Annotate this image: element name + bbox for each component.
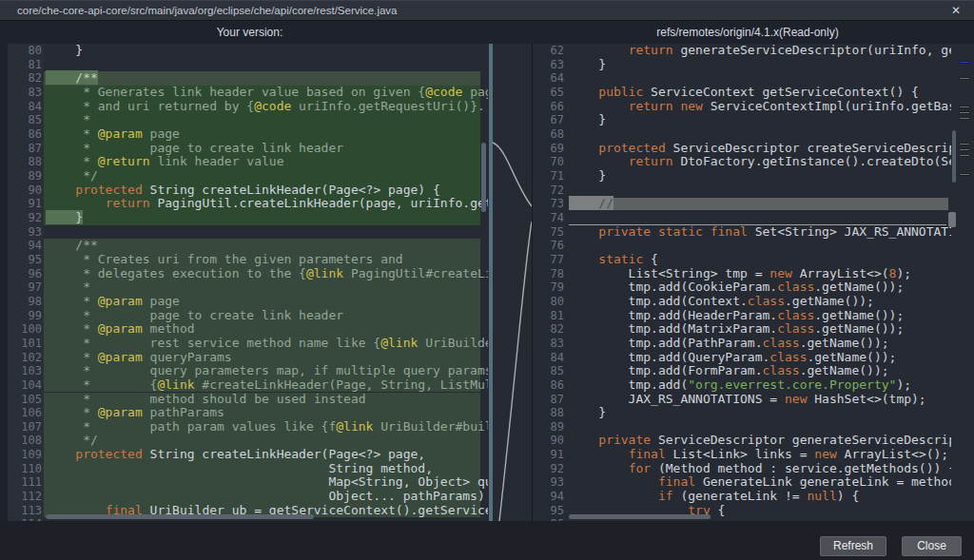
- code-line: 88 }: [533, 406, 951, 420]
- code-text: static {: [569, 253, 658, 267]
- code-text: tmp.add(CookieParam.class.getName());: [569, 280, 904, 295]
- code-text: */: [46, 434, 98, 448]
- close-button[interactable]: Close: [902, 536, 962, 556]
- line-number: 88: [0, 155, 42, 169]
- line-number: 92: [533, 462, 564, 476]
- code-line: 111 Map<String, Object> queryParams,: [0, 475, 488, 490]
- line-number: 63: [533, 58, 564, 72]
- code-text: * {@link #createLinkHeader(Page, String,…: [46, 378, 488, 393]
- code-text: tmp.add(FormParam.class.getName());: [569, 364, 889, 378]
- line-number: 80: [0, 44, 42, 58]
- code-line: 82 /**: [0, 71, 488, 86]
- line-number: 110: [0, 462, 42, 476]
- code-text: *: [46, 280, 90, 295]
- code-text: * @param page: [46, 295, 180, 309]
- ruler-marker-gray[interactable]: [959, 111, 970, 114]
- line-number: 84: [533, 351, 564, 365]
- code-line: 72: [533, 183, 951, 198]
- line-number: 62: [533, 44, 564, 58]
- line-number: 83: [533, 337, 564, 351]
- code-line: 94 if (generateLink != null) {: [533, 490, 951, 504]
- line-number: 108: [0, 434, 42, 448]
- code-line: 96 * delegates execution to the {@link P…: [0, 267, 488, 281]
- line-number: 87: [0, 142, 42, 156]
- ruler-marker-gray[interactable]: [959, 154, 970, 157]
- code-text: //: [569, 197, 614, 211]
- line-number: 76: [533, 239, 564, 253]
- line-number: 95: [533, 504, 564, 518]
- code-line: 65 public ServiceContext getServiceConte…: [533, 86, 951, 100]
- code-text: Object... pathParams) {: [46, 490, 488, 504]
- code-line: 68: [533, 127, 951, 142]
- diff-connector-gutter: [488, 44, 533, 521]
- editor-pane-your-version[interactable]: 80 }8182 /**83 * Generates link header v…: [0, 44, 488, 521]
- code-text: * @param method: [46, 322, 195, 337]
- ruler-marker-gray[interactable]: [959, 77, 970, 80]
- code-line: 62 return generateServiceDescriptor(uriI…: [533, 44, 951, 58]
- code-line: 85 *: [0, 113, 488, 127]
- right-scrollbar-handle[interactable]: [948, 212, 956, 227]
- code-text: return DtoFactory.getInstance().createDt…: [569, 155, 951, 169]
- line-number: 94: [0, 239, 42, 253]
- line-number: 80: [533, 295, 564, 309]
- line-number: 67: [533, 113, 564, 127]
- line-number: 95: [0, 253, 42, 267]
- left-vertical-scrollbar[interactable]: [481, 143, 486, 212]
- code-line: 88 * @return link header value: [0, 155, 488, 169]
- code-line: 78 List<String> tmp = new ArrayList<>(8)…: [533, 267, 951, 281]
- code-text: * method should be used instead: [46, 393, 366, 407]
- code-text: final GenerateLink generateLink = method…: [569, 475, 951, 490]
- line-number: 112: [0, 490, 42, 504]
- right-vertical-scrollbar[interactable]: [952, 130, 956, 183]
- line-number: 81: [533, 309, 564, 323]
- close-icon[interactable]: ✕: [947, 1, 964, 21]
- code-line: 64: [533, 71, 951, 86]
- code-line: 90 private ServiceDescriptor generateSer…: [533, 434, 951, 448]
- line-number: 94: [533, 490, 564, 504]
- line-number: 82: [0, 71, 42, 86]
- line-number: 101: [0, 337, 42, 351]
- line-number: 88: [533, 406, 564, 420]
- code-line: 85 tmp.add(FormParam.class.getName());: [533, 364, 951, 378]
- line-number: 93: [0, 225, 42, 240]
- code-text: return new ServiceContextImpl(uriInfo.ge…: [569, 100, 951, 114]
- code-text: * @return link header value: [46, 155, 283, 169]
- code-line: 87 JAX_RS_ANNOTATIONS = new HashSet<>(tm…: [533, 393, 951, 407]
- line-number: 106: [0, 406, 42, 420]
- code-line: 105 * method should be used instead: [0, 393, 488, 407]
- code-line: 94 /**: [0, 239, 488, 253]
- code-line: 77 static {: [533, 253, 951, 267]
- line-number: 105: [0, 393, 42, 407]
- code-line: 110 String method,: [0, 462, 488, 476]
- line-number: 89: [0, 169, 42, 183]
- code-line: 103 * query parameters map, if multiple …: [0, 364, 488, 378]
- code-text: * delegates execution to the {@link Pagi…: [46, 267, 488, 281]
- code-text: * Generates link header value based on g…: [46, 86, 488, 100]
- code-line: 74: [533, 211, 951, 225]
- left-horizontal-scrollbar[interactable]: [46, 514, 314, 519]
- code-line: 92 for (Method method : service.getMetho…: [533, 462, 951, 476]
- ruler-marker-gray[interactable]: [959, 143, 970, 145]
- line-number: 91: [533, 448, 564, 462]
- ruler-marker-gray[interactable]: [959, 106, 970, 108]
- refresh-button[interactable]: Refresh: [820, 536, 886, 556]
- code-line: 89: [533, 420, 951, 434]
- ruler-marker-gray[interactable]: [959, 117, 970, 120]
- code-text: final List<Link> links = new ArrayList<>…: [569, 448, 948, 462]
- code-line: 104 * {@link #createLinkHeader(Page, Str…: [0, 378, 488, 393]
- code-text: /**: [46, 71, 98, 86]
- dialog-titlebar: core/che-core-api-core/src/main/java/org…: [0, 0, 974, 21]
- code-line: 79 tmp.add(CookieParam.class.getName());: [533, 280, 951, 295]
- right-horizontal-scrollbar[interactable]: [569, 514, 711, 519]
- ruler-marker-gray[interactable]: [959, 173, 970, 176]
- editor-pane-readonly[interactable]: 62 return generateServiceDescriptor(uriI…: [533, 44, 951, 521]
- code-text: protected ServiceDescriptor createServic…: [569, 142, 951, 156]
- code-text: List<String> tmp = new ArrayList<>(8);: [569, 267, 911, 281]
- ruler-marker-blue[interactable]: [959, 61, 970, 64]
- ruler-marker-gray[interactable]: [959, 148, 970, 151]
- line-number: 97: [0, 280, 42, 295]
- line-number: 91: [0, 197, 42, 211]
- line-number: 104: [0, 378, 42, 393]
- code-line: 90 protected String createLinkHeader(Pag…: [0, 183, 488, 198]
- line-number: 90: [533, 434, 564, 448]
